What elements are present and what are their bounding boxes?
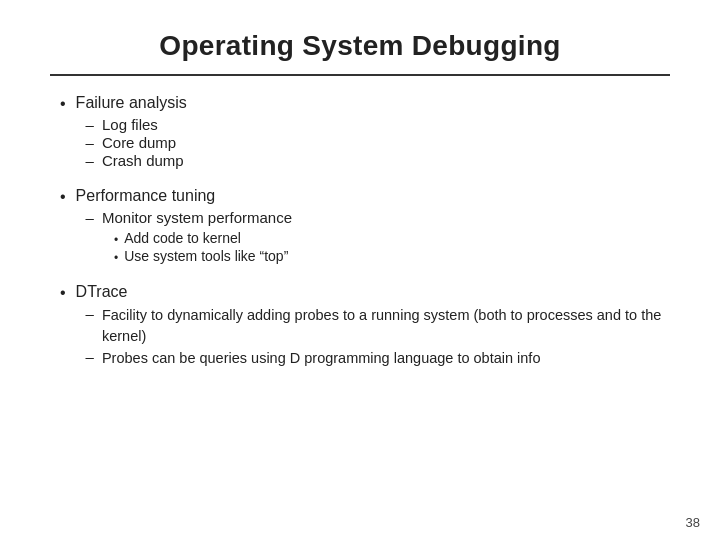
sub-dash-3-2: – [86,348,94,365]
bullet-content-2: Performance tuning – Monitor system perf… [76,187,292,265]
sub-dash-1-3: – [86,152,94,169]
slide-container: Operating System Debugging • Failure ana… [0,0,720,540]
sub-item-3-2: – Probes can be queries using D programm… [86,348,670,369]
bullet-content-1: Failure analysis – Log files – Core dump… [76,94,187,169]
sub-list-2: – Monitor system performance • Add code … [76,209,292,265]
sub-item-3-1: – Facility to dynamically adding probes … [86,305,670,347]
sub-item-1-1: – Log files [86,116,187,133]
bullet-main-2: Performance tuning [76,187,292,205]
sub-sub-item-2-1: • Add code to kernel [114,230,292,247]
sub-text-3-1: Facility to dynamically adding probes to… [102,305,670,347]
bullet-content-3: DTrace – Facility to dynamically adding … [76,283,670,369]
sub-item-2-1: – Monitor system performance • Add code … [86,209,292,265]
bullet-dot-1: • [60,95,66,113]
bullet-section-2: • Performance tuning – Monitor system pe… [60,187,670,265]
sub-text-3-2: Probes can be queries using D programmin… [102,348,541,369]
sub-text-1-1: Log files [102,116,158,133]
sub-dash-1-1: – [86,116,94,133]
bullet-dot-3: • [60,284,66,302]
bullet-main-3: DTrace [76,283,670,301]
page-number: 38 [686,515,700,530]
sub-item-1-2: – Core dump [86,134,187,151]
bullet-dot-2: • [60,188,66,206]
bullet-main-1: Failure analysis [76,94,187,112]
sub-sub-bullet-2-2: • [114,251,118,265]
bullet-section-1: • Failure analysis – Log files – Core du… [60,94,670,169]
sub-dash-1-2: – [86,134,94,151]
sub-item-1-3: – Crash dump [86,152,187,169]
sub-sub-text-2-2: Use system tools like “top” [124,248,288,264]
sub-dash-2-1: – [86,209,94,226]
sub-text-2-1: Monitor system performance [102,209,292,226]
sub-sub-list-2: • Add code to kernel • Use system tools … [102,230,292,265]
divider [50,74,670,76]
sub-sub-text-2-1: Add code to kernel [124,230,241,246]
content-area: • Failure analysis – Log files – Core du… [50,94,670,520]
sub-text-1-3: Crash dump [102,152,184,169]
sub-list-3: – Facility to dynamically adding probes … [76,305,670,369]
bullet-section-3: • DTrace – Facility to dynamically addin… [60,283,670,369]
sub-sub-item-2-2: • Use system tools like “top” [114,248,292,265]
sub-list-1: – Log files – Core dump – Crash dump [76,116,187,169]
sub-dash-3-1: – [86,305,94,322]
slide-title: Operating System Debugging [50,30,670,62]
sub-text-1-2: Core dump [102,134,176,151]
sub-sub-bullet-2-1: • [114,233,118,247]
